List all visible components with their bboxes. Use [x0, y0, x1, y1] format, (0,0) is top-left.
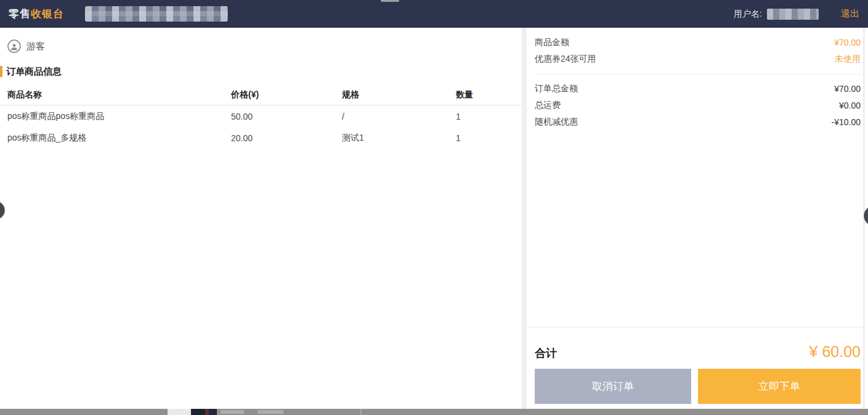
order-total-value: ¥70.00 [834, 84, 861, 94]
goods-amount-row: 商品金额 ¥70.00 [535, 34, 861, 51]
shipping-fee-value: ¥0.00 [839, 101, 861, 110]
browser-edge-notch [381, 0, 399, 2]
goods-table-body: pos称重商品pos称重商品 50.00 / 1 pos称重商品_多规格 20.… [0, 105, 522, 149]
shipping-fee-label: 总运费 [535, 100, 561, 111]
section-title-accent-bar [0, 66, 2, 77]
top-bar-right: 用户名: 退出 [734, 8, 859, 20]
cell-spec: 测试1 [342, 133, 456, 144]
order-goods-panel: 游客 订单商品信息 商品名称 价格(¥) 规格 数量 pos称重商品pos称重商… [0, 28, 522, 409]
taskbar-divider [360, 409, 362, 415]
cell-name: pos称重商品pos称重商品 [7, 111, 231, 122]
pos-cashier-app: 零售收银台 用户名: 退出 游客 订单商品信息 商品名称 价格(¥) 规格 数量 [0, 0, 868, 415]
store-name-redacted [85, 6, 228, 22]
app-title: 零售收银台 [9, 7, 64, 21]
goods-table: 商品名称 价格(¥) 规格 数量 pos称重商品pos称重商品 50.00 / … [0, 84, 522, 149]
cell-price: 20.00 [231, 133, 342, 143]
summary-block: 订单总金额 ¥70.00 总运费 ¥0.00 随机减优惠 -¥10.00 [535, 75, 861, 130]
table-row: pos称重商品_多规格 20.00 测试1 1 [0, 127, 522, 149]
taskbar-segment [168, 409, 191, 415]
action-buttons: 取消订单 立即下单 [535, 369, 861, 404]
cell-price: 50.00 [231, 112, 342, 121]
goods-amount-label: 商品金额 [535, 37, 569, 48]
random-discount-label: 随机减优惠 [535, 117, 578, 128]
shipping-fee-row: 总运费 ¥0.00 [535, 97, 861, 113]
random-discount-value: -¥10.00 [832, 117, 861, 127]
col-header-name: 商品名称 [7, 89, 231, 101]
customer-row: 游客 [7, 39, 522, 54]
goods-table-header: 商品名称 价格(¥) 规格 数量 [0, 84, 522, 105]
total-value: ¥ 60.00 [809, 343, 861, 361]
taskbar-strip [0, 409, 868, 415]
total-block: 合计 ¥ 60.00 取消订单 立即下单 [527, 327, 864, 409]
cell-qty: 1 [456, 133, 522, 143]
order-total-label: 订单总金额 [535, 83, 578, 94]
order-total-row: 订单总金额 ¥70.00 [535, 80, 861, 97]
taskbar-text-blur [221, 410, 244, 414]
cell-name: pos称重商品_多规格 [7, 133, 231, 144]
col-header-spec: 规格 [342, 89, 456, 101]
submit-order-button[interactable]: 立即下单 [698, 369, 861, 404]
table-row: pos称重商品pos称重商品 50.00 / 1 [0, 105, 522, 127]
cell-qty: 1 [456, 112, 522, 121]
section-title-order-goods: 订单商品信息 [0, 66, 522, 77]
checkout-summary: 商品金额 ¥70.00 优惠券24张可用 未使用 订单总金额 ¥70.00 总运… [527, 28, 864, 130]
coupon-label: 优惠券24张可用 [535, 54, 596, 65]
col-header-price: 价格(¥) [231, 89, 342, 101]
random-discount-row: 随机减优惠 -¥10.00 [535, 113, 861, 130]
col-header-qty: 数量 [456, 89, 522, 101]
section-title-text: 订单商品信息 [0, 66, 62, 78]
coupon-status: 未使用 [835, 54, 861, 65]
taskbar-thumbnail [191, 409, 217, 415]
checkout-panel: 商品金额 ¥70.00 优惠券24张可用 未使用 订单总金额 ¥70.00 总运… [527, 28, 864, 409]
username-redacted [767, 9, 819, 20]
top-bar: 零售收银台 用户名: 退出 [0, 0, 868, 28]
customer-name: 游客 [26, 41, 45, 52]
total-label: 合计 [535, 346, 557, 361]
logout-button[interactable]: 退出 [841, 8, 859, 20]
panel-divider [522, 28, 527, 409]
app-title-suffix: 收银台 [31, 8, 64, 20]
user-avatar-icon [7, 39, 21, 53]
taskbar-text-blur [258, 410, 283, 414]
cell-spec: / [342, 112, 456, 121]
fee-block: 商品金额 ¥70.00 优惠券24张可用 未使用 [535, 28, 861, 75]
app-title-prefix: 零售 [9, 8, 31, 20]
total-row: 合计 ¥ 60.00 [535, 343, 861, 361]
coupon-row[interactable]: 优惠券24张可用 未使用 [535, 51, 861, 67]
goods-amount-value: ¥70.00 [834, 38, 861, 47]
username-label: 用户名: [734, 9, 762, 20]
cancel-order-button[interactable]: 取消订单 [535, 369, 691, 404]
